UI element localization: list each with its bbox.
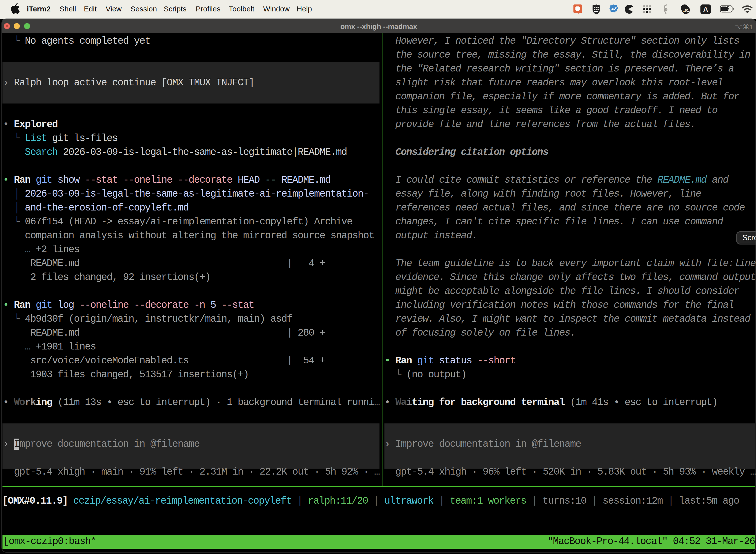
svg-text:..61: ..61 [683,8,689,12]
svg-text:A: A [703,6,708,13]
